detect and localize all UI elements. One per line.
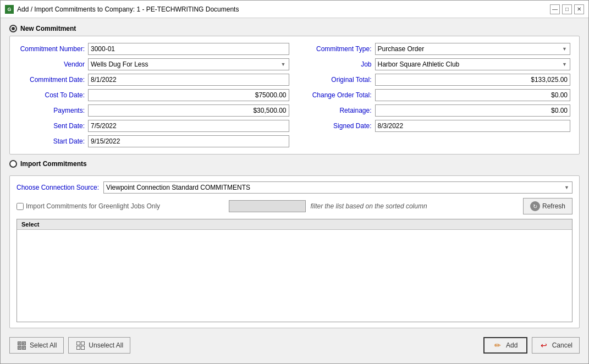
connection-source-label: Choose Connection Source: xyxy=(16,184,99,191)
connection-source-row: Choose Connection Source: Viewpoint Conn… xyxy=(16,181,573,194)
right-col: Commitment Type: Purchase Order Job xyxy=(300,43,571,147)
minimize-button[interactable]: — xyxy=(550,4,560,14)
add-label: Add xyxy=(506,341,518,349)
signed-date-label: Signed Date: xyxy=(300,122,372,130)
bottom-bar: ✓ ✓ ✓ ✓ Select All xyxy=(9,334,580,357)
close-button[interactable]: ✕ xyxy=(574,4,584,14)
select-all-button[interactable]: ✓ ✓ ✓ ✓ Select All xyxy=(9,337,64,354)
connection-source-select[interactable]: Viewpoint Connection Standard COMMITMENT… xyxy=(103,181,573,194)
job-label: Job xyxy=(300,60,372,68)
vendor-select-wrapper: Wells Dug For Less xyxy=(88,58,289,70)
maximize-button[interactable]: □ xyxy=(562,4,572,14)
add-icon: ✏ xyxy=(493,340,503,350)
title-bar-left: G Add / Import Commitments to Company: 1… xyxy=(5,5,239,14)
start-date-label: Start Date: xyxy=(19,137,85,145)
content-area: New Commitment Commitment Number: Vendor xyxy=(1,18,588,363)
add-button[interactable]: ✏ Add xyxy=(483,337,527,354)
import-commitments-panel: Choose Connection Source: Viewpoint Conn… xyxy=(9,175,580,328)
commitment-date-input[interactable] xyxy=(88,74,289,86)
title-bar: G Add / Import Commitments to Company: 1… xyxy=(1,1,588,18)
new-commitment-panel: Commitment Number: Vendor Wells Dug For … xyxy=(9,36,580,155)
unselect-all-icon xyxy=(75,340,85,350)
start-date-row: Start Date: xyxy=(19,135,289,147)
commitment-number-input[interactable] xyxy=(88,43,289,55)
sent-date-label: Sent Date: xyxy=(19,122,85,130)
bottom-left-buttons: ✓ ✓ ✓ ✓ Select All xyxy=(9,337,130,354)
sent-date-input[interactable] xyxy=(88,120,289,132)
filter-input[interactable] xyxy=(229,200,306,212)
import-commitments-label: Import Commitments xyxy=(20,160,87,168)
refresh-label: Refresh xyxy=(542,202,565,210)
select-all-label: Select All xyxy=(30,341,57,349)
retainage-row: Retainage: xyxy=(300,104,571,117)
cost-to-date-row: Cost To Date: xyxy=(19,89,289,101)
greenlight-label: Import Commitments for Greenlight Jobs O… xyxy=(26,202,160,210)
cancel-label: Cancel xyxy=(552,341,573,349)
filter-hint: filter the list based on the sorted colu… xyxy=(310,202,518,210)
left-col: Commitment Number: Vendor Wells Dug For … xyxy=(19,43,289,147)
select-all-icon: ✓ ✓ ✓ ✓ xyxy=(16,340,26,350)
start-date-input[interactable] xyxy=(88,135,289,147)
job-select[interactable]: Harbor Square Athletic Club xyxy=(375,58,571,70)
greenlight-checkbox[interactable] xyxy=(16,203,24,210)
commitment-date-label: Commitment Date: xyxy=(19,76,85,84)
commitment-type-select-wrapper: Purchase Order xyxy=(375,43,571,55)
import-commitments-section: Import Commitments Choose Connection Sou… xyxy=(9,160,580,328)
job-row: Job Harbor Square Athletic Club xyxy=(300,58,571,70)
filter-row: Import Commitments for Greenlight Jobs O… xyxy=(16,198,573,214)
vendor-label: Vendor xyxy=(19,60,85,68)
refresh-button[interactable]: ↻ Refresh xyxy=(523,198,573,214)
signed-date-row: Signed Date: xyxy=(300,120,571,132)
select-column-header[interactable]: Select xyxy=(17,219,572,229)
cancel-button[interactable]: ↩ Cancel xyxy=(532,337,580,354)
commitment-date-row: Commitment Date: xyxy=(19,74,289,86)
bottom-center-buttons: ✏ Add ↩ Cancel xyxy=(483,337,580,354)
import-list-area: Select xyxy=(16,219,573,322)
cost-to-date-label: Cost To Date: xyxy=(19,91,85,99)
list-header: Select xyxy=(17,219,572,230)
connection-source-select-wrapper: Viewpoint Connection Standard COMMITMENT… xyxy=(103,181,573,194)
cost-to-date-input[interactable] xyxy=(88,89,289,101)
new-commitment-radio[interactable] xyxy=(9,25,17,32)
original-total-input[interactable] xyxy=(375,74,571,86)
new-commitment-section: New Commitment Commitment Number: Vendor xyxy=(9,25,580,155)
change-order-total-label: Change Order Total: xyxy=(300,91,372,99)
commitment-type-row: Commitment Type: Purchase Order xyxy=(300,43,571,55)
commitment-number-label: Commitment Number: xyxy=(19,45,85,53)
refresh-icon: ↻ xyxy=(530,201,540,211)
list-body xyxy=(17,230,572,274)
new-commitment-label: New Commitment xyxy=(20,25,76,32)
original-total-label: Original Total: xyxy=(300,76,372,84)
new-commitment-form: Commitment Number: Vendor Wells Dug For … xyxy=(19,43,570,147)
job-select-wrapper: Harbor Square Athletic Club xyxy=(375,58,571,70)
cancel-icon: ↩ xyxy=(539,340,549,350)
greenlight-checkbox-row: Import Commitments for Greenlight Jobs O… xyxy=(16,202,224,210)
change-order-total-row: Change Order Total: xyxy=(300,89,571,101)
commitment-type-select[interactable]: Purchase Order xyxy=(375,43,571,55)
sent-date-row: Sent Date: xyxy=(19,120,289,132)
signed-date-input[interactable] xyxy=(375,120,571,132)
original-total-row: Original Total: xyxy=(300,74,571,86)
payments-row: Payments: xyxy=(19,104,289,117)
unselect-all-label: Unselect All xyxy=(89,341,123,349)
window-title: Add / Import Commitments to Company: 1 -… xyxy=(17,5,239,13)
title-controls: — □ ✕ xyxy=(550,4,584,14)
vendor-select[interactable]: Wells Dug For Less xyxy=(88,58,289,70)
payments-label: Payments: xyxy=(19,107,85,114)
import-commitments-header: Import Commitments xyxy=(9,160,580,168)
commitment-type-label: Commitment Type: xyxy=(300,45,372,53)
payments-input[interactable] xyxy=(88,104,289,117)
change-order-total-input[interactable] xyxy=(375,89,571,101)
unselect-all-button[interactable]: Unselect All xyxy=(68,337,130,354)
retainage-input[interactable] xyxy=(375,104,571,117)
app-icon: G xyxy=(5,5,14,14)
main-window: G Add / Import Commitments to Company: 1… xyxy=(0,0,589,364)
new-commitment-header: New Commitment xyxy=(9,25,580,32)
vendor-row: Vendor Wells Dug For Less xyxy=(19,58,289,70)
import-commitments-radio[interactable] xyxy=(9,160,17,168)
commitment-number-row: Commitment Number: xyxy=(19,43,289,55)
retainage-label: Retainage: xyxy=(300,107,372,114)
